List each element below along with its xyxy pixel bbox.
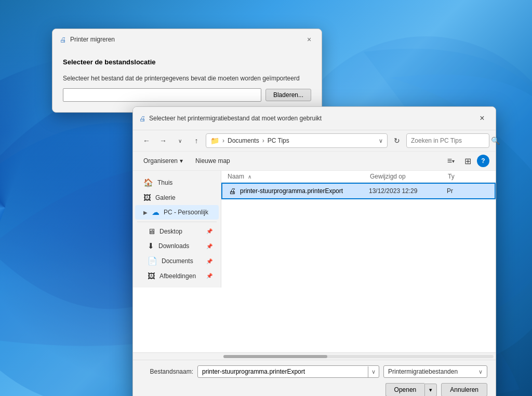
thuis-label: Thuis — [157, 179, 212, 186]
desktop-icon: 🖥 — [148, 227, 155, 236]
bottom-buttons: Openen ▾ Annuleren — [141, 383, 487, 396]
filename-row: Bestandsnaam: ∨ Printermigratiebestanden… — [141, 365, 487, 378]
file-nav-toolbar: ← → ∨ ↑ 📁 › Documents › PC Tips ∨ ↻ 🔍 — [133, 130, 496, 152]
open-button[interactable]: Openen — [385, 383, 425, 396]
file-bottom-bar: Bestandsnaam: ∨ Printermigratiebestanden… — [133, 360, 496, 396]
printer-migrate-instruction: Selecteer het bestand dat de printergege… — [63, 74, 311, 83]
filename-label: Bestandsnaam: — [141, 368, 193, 375]
search-bar: 🔍 — [406, 133, 489, 148]
search-input[interactable] — [411, 137, 489, 144]
refresh-button[interactable]: ↻ — [390, 133, 404, 148]
file-open-title: Selecteer het printermigratiebestand dat… — [149, 115, 472, 122]
breadcrumb-folder-icon: 📁 — [210, 136, 219, 145]
sort-arrow-icon: ∧ — [248, 174, 251, 180]
up-button[interactable]: ↑ — [189, 133, 204, 148]
printer-migrate-content: Selecteer de bestandslocatie Selecteer h… — [52, 50, 322, 112]
breadcrumb-bar[interactable]: 📁 › Documents › PC Tips ∨ — [206, 133, 388, 148]
filename-input-wrapper: ∨ — [197, 365, 379, 378]
new-folder-button[interactable]: Nieuwe map — [191, 156, 234, 166]
printer-migrate-subtitle: Selecteer de bestandslocatie — [63, 58, 311, 66]
organize-arrow: ▾ — [180, 157, 183, 165]
file-list-item[interactable]: 🖨 printer-stuurprogramma.printerExport 1… — [221, 183, 496, 199]
printer-migrate-input-row: Bladeren... — [63, 88, 311, 102]
documents-label: Documents — [162, 257, 202, 265]
organize-button[interactable]: Organiseren ▾ — [139, 156, 187, 166]
filetype-label: Printermigratiebestanden — [388, 368, 478, 375]
breadcrumb-documents[interactable]: Documents — [228, 137, 259, 144]
sidebar-item-downloads[interactable]: ⬇ Downloads 📌 — [135, 239, 219, 253]
h-scrollbar-thumb[interactable] — [223, 355, 327, 358]
file-open-titlebar: 🖨 Selecteer het printermigratiebestand d… — [133, 107, 496, 130]
filename-dropdown-arrow[interactable]: ∨ — [368, 366, 379, 377]
file-modified: 13/12/2023 12:29 — [369, 187, 447, 195]
sidebar-item-thuis[interactable]: 🏠 Thuis — [135, 175, 219, 190]
filetype-arrow-icon: ∨ — [478, 368, 483, 375]
afbeeldingen-icon: 🖼 — [148, 271, 155, 280]
file-main-area: 🏠 Thuis 🖼 Galerie ▶ ☁ PC - Persoonlijk — [133, 171, 496, 352]
printer-migrate-close-button[interactable]: × — [303, 33, 315, 46]
sidebar-divider — [137, 222, 217, 222]
printer-migrate-dialog: 🖨 Printer migreren × Selecteer de bestan… — [52, 29, 322, 113]
file-printer-icon: 🖨 — [229, 187, 236, 195]
file-name: printer-stuurprogramma.printerExport — [240, 187, 369, 195]
view-arrow: ▾ — [452, 158, 455, 164]
downloads-label: Downloads — [158, 242, 202, 250]
col-name-header[interactable]: Naam ∧ — [228, 173, 370, 180]
filename-input[interactable] — [198, 366, 368, 377]
breadcrumb-pctips[interactable]: PC Tips — [268, 137, 289, 144]
downloads-icon: ⬇ — [148, 241, 154, 251]
sidebar-item-afbeeldingen[interactable]: 🖼 Afbeeldingen 📌 — [135, 269, 219, 283]
pc-persoonlijk-label: PC - Persoonlijk — [164, 209, 212, 216]
col-modified-header[interactable]: Gewijzigd op — [370, 173, 448, 180]
help-label: ? — [481, 157, 485, 165]
col-type-header[interactable]: Ty — [448, 173, 489, 180]
sidebar-item-desktop[interactable]: 🖥 Desktop 📌 — [135, 224, 219, 238]
view-icon: ≡ — [447, 156, 452, 166]
dropdown-nav-button[interactable]: ∨ — [172, 133, 187, 148]
pane-toggle-button[interactable]: ⊞ — [460, 154, 475, 168]
desktop-pin-icon: 📌 — [206, 228, 212, 234]
horizontal-scrollbar — [133, 352, 496, 360]
file-list-header: Naam ∧ Gewijzigd op Ty — [221, 171, 496, 183]
cloud-icon: ☁ — [152, 208, 159, 217]
help-button[interactable]: ? — [477, 155, 489, 167]
thuis-icon: 🏠 — [143, 178, 153, 187]
file-sidebar-wrapper: 🏠 Thuis 🖼 Galerie ▶ ☁ PC - Persoonlijk — [133, 171, 221, 352]
file-commands-toolbar: Organiseren ▾ Nieuwe map ≡ ▾ ⊞ ? — [133, 152, 496, 171]
printer-migrate-browse-button[interactable]: Bladeren... — [265, 89, 311, 101]
file-content-area: Naam ∧ Gewijzigd op Ty 🖨 printer-stuurpr… — [221, 171, 496, 352]
search-icon: 🔍 — [491, 136, 500, 145]
file-type: Pr — [447, 187, 488, 195]
expand-arrow-icon: ▶ — [143, 210, 148, 215]
breadcrumb-dropdown-arrow[interactable]: ∨ — [379, 138, 383, 144]
printer-migrate-title: Printer migreren — [70, 36, 300, 43]
documents-pin-icon: 📌 — [206, 258, 212, 264]
filetype-select-wrapper[interactable]: Printermigratiebestanden ∨ — [383, 365, 487, 378]
file-dialog-printer-icon: 🖨 — [139, 115, 146, 122]
afbeeldingen-label: Afbeeldingen — [159, 272, 202, 280]
cancel-button[interactable]: Annuleren — [441, 383, 487, 396]
sidebar-item-documents[interactable]: 📄 Documents 📌 — [135, 254, 219, 268]
printer-migrate-path-input[interactable] — [63, 88, 261, 102]
file-open-dialog: 🖨 Selecteer het printermigratiebestand d… — [132, 106, 496, 396]
galerie-icon: 🖼 — [143, 193, 151, 202]
galerie-label: Galerie — [155, 194, 212, 201]
toolbar-right-group: ≡ ▾ ⊞ ? — [444, 154, 489, 168]
open-button-group: Openen ▾ — [385, 383, 437, 396]
forward-button[interactable]: → — [156, 133, 170, 148]
file-open-close-button[interactable]: × — [475, 111, 489, 126]
pane-icon: ⊞ — [464, 156, 471, 166]
sidebar-item-pc-persoonlijk[interactable]: ▶ ☁ PC - Persoonlijk — [135, 205, 219, 220]
h-scrollbar-track — [223, 355, 494, 358]
printer-migrate-icon: 🖨 — [59, 35, 67, 44]
desktop-label: Desktop — [159, 228, 202, 235]
new-folder-label: Nieuwe map — [195, 157, 230, 165]
downloads-pin-icon: 📌 — [206, 243, 212, 249]
documents-icon: 📄 — [148, 256, 157, 266]
organize-label: Organiseren — [143, 157, 178, 165]
sidebar-item-galerie[interactable]: 🖼 Galerie — [135, 190, 219, 204]
back-button[interactable]: ← — [139, 133, 154, 148]
open-dropdown-button[interactable]: ▾ — [424, 384, 437, 397]
afbeeldingen-pin-icon: 📌 — [206, 273, 212, 279]
view-options-button[interactable]: ≡ ▾ — [444, 154, 458, 168]
